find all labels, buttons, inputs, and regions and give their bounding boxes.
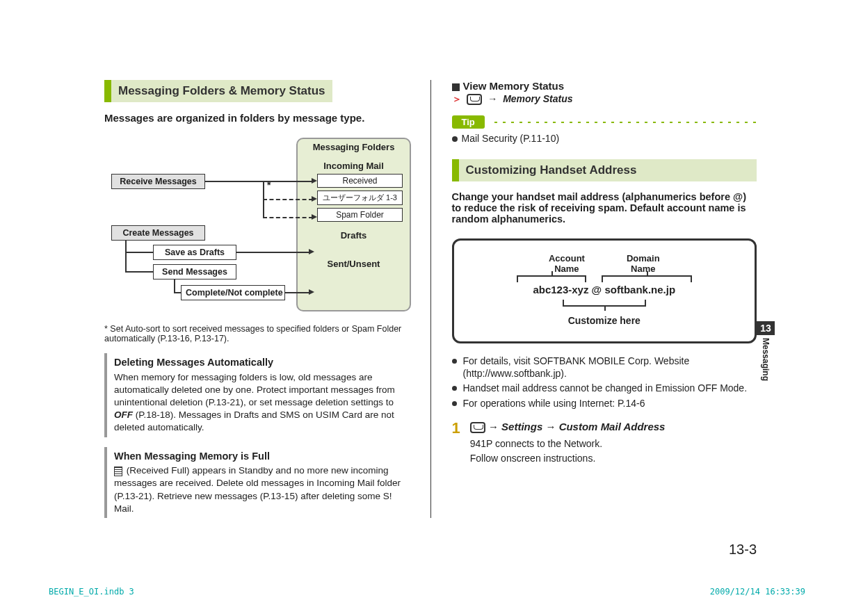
send-messages-box: Send Messages (153, 264, 236, 279)
aside-full-body: (Received Full) appears in Standby and n… (114, 465, 401, 514)
aside-title-full: When Messaging Memory is Full (114, 450, 410, 464)
create-messages-box: Create Messages (111, 225, 205, 241)
tip-item: Mail Security (P.11-10) (452, 133, 757, 144)
received-full-icon (114, 467, 122, 476)
step-detail-2: Follow onscreen instructions. (470, 451, 666, 466)
section-heading-address: Customizing Handset Address (452, 159, 757, 181)
complete-box: Complete/Not complete (181, 285, 285, 300)
tip-text: Mail Security (P.11-10) (462, 133, 560, 144)
bracket-icon (602, 275, 692, 282)
lower-bracket-icon (563, 300, 646, 307)
received-folder: Received (317, 174, 403, 188)
sent-label: Sent/Unsent (298, 259, 410, 269)
step-detail-1: 941P connects to the Network. (470, 437, 666, 451)
chapter-number: 13 (757, 321, 775, 335)
chapter-label: Messaging (761, 338, 771, 381)
arrow-icon: → (545, 421, 556, 432)
receive-messages-box: Receive Messages (111, 174, 205, 189)
aside-body-post: (P.18-18). Messages in Drafts and SMS on… (114, 410, 394, 432)
step-row: 1 → Settings → Custom Mail Address 941P … (452, 419, 757, 467)
bracket-icon (517, 275, 586, 282)
square-bullet-icon (452, 83, 460, 91)
folders-diagram: Messaging Folders Incoming Mail Received… (104, 138, 410, 318)
customize-here-label: Customize here (468, 315, 741, 326)
spam-folder: Spam Folder (317, 208, 403, 222)
account-value: abc123-xyz (533, 284, 588, 295)
domain-name-label: Domain Name (627, 253, 660, 274)
view-memory-heading: View Memory Status (452, 80, 757, 92)
mail-icon (467, 94, 482, 105)
autosort-footnote: * Set Auto-sort to sort received message… (104, 324, 410, 343)
list-item: For operations while using Internet: P.1… (452, 397, 757, 410)
aside-body-pre: When memory for messaging folders is low… (114, 372, 395, 407)
account-name-label: Account Name (549, 253, 585, 274)
footnote-star: * (267, 179, 271, 191)
arrow-icon: → (488, 421, 499, 432)
view-memory-sequence: ＞ → Memory Status (452, 93, 757, 106)
off-emphasis: OFF (114, 410, 133, 420)
address-panel: Account Name Domain Name abc123-xyz @ so… (452, 238, 757, 343)
user-folder: ユーザーフォルダ 1-3 (317, 191, 403, 205)
step-number: 1 (452, 419, 460, 467)
messaging-folders-panel: Messaging Folders Incoming Mail Received… (296, 138, 411, 311)
tip-badge: Tip (452, 115, 485, 129)
drafts-label: Drafts (298, 230, 410, 241)
sequence-marker: ＞ (452, 93, 462, 104)
aside-title-deleting: Deleting Messages Automatically (114, 356, 410, 370)
memory-full-aside: When Messaging Memory is Full (Received … (104, 447, 410, 518)
page-number: 13-3 (729, 542, 757, 558)
view-memory-label: View Memory Status (463, 80, 565, 92)
save-as-drafts-box: Save as Drafts (153, 245, 236, 260)
settings-action: Settings (501, 421, 542, 432)
tip-row: Tip (452, 115, 757, 129)
notes-list: For details, visit SOFTBANK MOBILE Corp.… (452, 355, 757, 410)
address-intro: Change your handset mail address (alphan… (452, 191, 757, 225)
footer-timestamp: 2009/12/14 16:33:39 (710, 587, 805, 597)
panel-title: Messaging Folders (298, 142, 410, 152)
custom-mail-action: Custom Mail Address (559, 421, 666, 432)
chapter-tab: 13 Messaging (757, 321, 775, 381)
list-item: Handset mail address cannot be changed i… (452, 382, 757, 394)
at-symbol: @ (592, 284, 602, 295)
bullet-icon (452, 136, 458, 142)
intro-text: Messages are organized in folders by mes… (104, 112, 410, 124)
mail-icon (470, 422, 485, 433)
list-item: For details, visit SOFTBANK MOBILE Corp.… (452, 355, 757, 380)
tip-dots (492, 120, 757, 124)
memory-status-action: Memory Status (503, 93, 572, 104)
incoming-mail-label: Incoming Mail (298, 161, 410, 171)
footer-file: BEGIN_E_OI.indb 3 (49, 587, 134, 597)
section-heading-folders: Messaging Folders & Memory Status (104, 80, 332, 102)
arrow-icon: → (488, 93, 497, 104)
domain-value: softbank.ne.jp (604, 284, 675, 295)
deleting-auto-aside: Deleting Messages Automatically When mem… (104, 353, 410, 437)
